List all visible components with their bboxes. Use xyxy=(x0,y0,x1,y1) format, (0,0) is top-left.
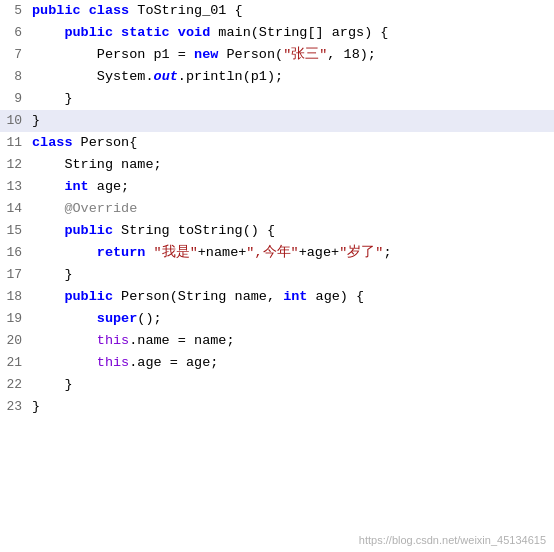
line-num-21: 21 xyxy=(0,352,28,374)
line-content-19: super(); xyxy=(28,308,554,330)
line-num-13: 13 xyxy=(0,176,28,198)
line-content-16: return "我是"+name+",今年"+age+"岁了"; xyxy=(28,242,554,264)
line-content-5: public class ToString_01 { xyxy=(28,0,554,22)
code-line-11: 11 class Person{ xyxy=(0,132,554,154)
watermark: https://blog.csdn.net/weixin_45134615 xyxy=(359,534,546,546)
code-line-15: 15 public String toString() { xyxy=(0,220,554,242)
line-num-18: 18 xyxy=(0,286,28,308)
line-content-15: public String toString() { xyxy=(28,220,554,242)
line-num-22: 22 xyxy=(0,374,28,396)
code-line-20: 20 this.name = name; xyxy=(0,330,554,352)
line-content-22: } xyxy=(28,374,554,396)
code-line-5: 5 public class ToString_01 { xyxy=(0,0,554,22)
code-line-10: 10 } xyxy=(0,110,554,132)
code-line-14: 14 @Override xyxy=(0,198,554,220)
code-editor: 5 public class ToString_01 { 6 public st… xyxy=(0,0,554,552)
code-line-17: 17 } xyxy=(0,264,554,286)
line-content-18: public Person(String name, int age) { xyxy=(28,286,554,308)
line-content-14: @Override xyxy=(28,198,554,220)
line-num-15: 15 xyxy=(0,220,28,242)
line-content-13: int age; xyxy=(28,176,554,198)
line-num-23: 23 xyxy=(0,396,28,418)
code-line-16: 16 return "我是"+name+",今年"+age+"岁了"; xyxy=(0,242,554,264)
line-num-8: 8 xyxy=(0,66,28,88)
code-line-18: 18 public Person(String name, int age) { xyxy=(0,286,554,308)
code-line-19: 19 super(); xyxy=(0,308,554,330)
line-num-9: 9 xyxy=(0,88,28,110)
code-line-7: 7 Person p1 = new Person("张三", 18); xyxy=(0,44,554,66)
line-content-9: } xyxy=(28,88,554,110)
line-num-7: 7 xyxy=(0,44,28,66)
code-line-6: 6 public static void main(String[] args)… xyxy=(0,22,554,44)
line-num-19: 19 xyxy=(0,308,28,330)
line-num-10: 10 xyxy=(0,110,28,132)
line-content-8: System.out.println(p1); xyxy=(28,66,554,88)
line-num-6: 6 xyxy=(0,22,28,44)
line-content-21: this.age = age; xyxy=(28,352,554,374)
line-content-7: Person p1 = new Person("张三", 18); xyxy=(28,44,554,66)
code-line-12: 12 String name; xyxy=(0,154,554,176)
line-content-23: } xyxy=(28,396,554,418)
code-line-9: 9 } xyxy=(0,88,554,110)
line-num-20: 20 xyxy=(0,330,28,352)
line-num-17: 17 xyxy=(0,264,28,286)
line-content-6: public static void main(String[] args) { xyxy=(28,22,554,44)
line-num-16: 16 xyxy=(0,242,28,264)
code-line-23: 23 } xyxy=(0,396,554,418)
line-content-20: this.name = name; xyxy=(28,330,554,352)
line-num-5: 5 xyxy=(0,0,28,22)
line-content-12: String name; xyxy=(28,154,554,176)
code-line-21: 21 this.age = age; xyxy=(0,352,554,374)
code-line-13: 13 int age; xyxy=(0,176,554,198)
line-num-11: 11 xyxy=(0,132,28,154)
line-content-11: class Person{ xyxy=(28,132,554,154)
line-num-14: 14 xyxy=(0,198,28,220)
code-line-8: 8 System.out.println(p1); xyxy=(0,66,554,88)
code-line-22: 22 } xyxy=(0,374,554,396)
line-num-12: 12 xyxy=(0,154,28,176)
line-content-10: } xyxy=(28,110,554,132)
line-content-17: } xyxy=(28,264,554,286)
